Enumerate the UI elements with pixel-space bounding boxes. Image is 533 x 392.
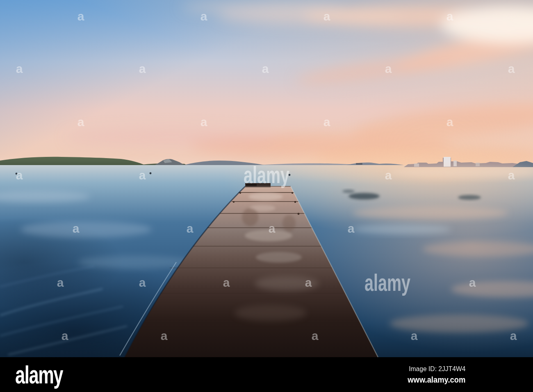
alamy-logo: alamy [15,362,63,387]
watermark-letter: a [446,9,453,23]
watermark-letter: a [61,329,68,342]
watermark-letter: a [323,115,330,129]
watermark-letter: a [269,222,276,235]
watermark-letter: a [223,276,230,289]
watermark-letter: a [161,329,168,342]
tower-building [444,157,451,167]
watermark-letter: a [139,276,146,289]
watermark-logo: alamy [364,269,410,296]
watermark-letter: a [385,62,392,75]
watermark-letter: a [187,222,194,235]
watermark-letter: a [312,329,319,342]
watermark-logo: alamy [244,161,289,188]
watermark-letter: a [200,115,207,129]
stock-photo-page: aaaaaaaaaaaaaaaaaaaaaaaaaaaaaaaalamyalam… [0,0,533,392]
watermark-letter: a [16,168,23,182]
boat [356,163,362,165]
watermark-letter: a [508,168,515,182]
watermark-letter: a [348,222,355,235]
watermark-letter: a [73,222,80,235]
alamy-url-text: www.alamy.com [408,375,465,385]
watermark-letter: a [262,62,269,75]
watermark-letter: a [77,115,84,129]
watermark-letter: a [446,115,453,129]
watermark-letter: a [200,9,207,23]
watermark-letter: a [385,168,392,182]
watermark-letter: a [411,329,418,342]
watermark-letter: a [77,9,84,23]
seascape-photo: aaaaaaaaaaaaaaaaaaaaaaaaaaaaaaaalamyalam… [0,0,533,357]
watermark-letter: a [16,62,23,75]
watermark-letter: a [323,9,330,23]
watermark-letter: a [305,276,312,289]
footer-bar: alamy Image ID: 2JJT4W4 www.alamy.com [0,357,533,392]
watermark-letter: a [139,62,146,75]
watermark-letter: a [139,168,146,182]
image-id-text: Image ID: 2JJT4W4 [408,365,465,373]
watermark-letter: a [510,329,517,342]
watermark-letter: a [57,276,64,289]
watermark-letter: a [469,276,476,289]
watermark-letter: a [508,62,515,75]
footer-meta: Image ID: 2JJT4W4 www.alamy.com [408,365,465,385]
